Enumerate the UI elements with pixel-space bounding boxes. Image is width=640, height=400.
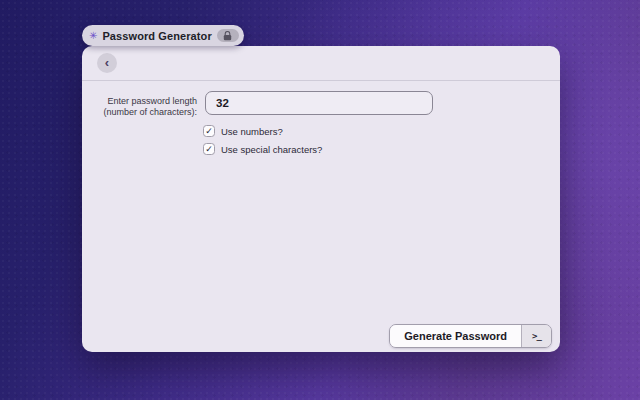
window-header: ‹: [82, 46, 560, 81]
password-length-label: Enter password length (number of charact…: [82, 96, 197, 118]
password-length-label-line1: Enter password length: [82, 96, 197, 107]
generate-password-button[interactable]: Generate Password: [390, 325, 521, 347]
sparkle-icon: ✳: [89, 30, 97, 40]
use-numbers-row: ✓ Use numbers?: [203, 125, 283, 137]
terminal-prompt-icon: >_: [532, 331, 541, 341]
password-generator-window: ‹ Enter password length (number of chara…: [82, 46, 560, 352]
use-numbers-label: Use numbers?: [221, 126, 283, 137]
use-special-characters-checkbox[interactable]: ✓: [203, 143, 215, 155]
tab-title: Password Generator: [102, 30, 211, 42]
chevron-left-icon: ‹: [105, 56, 109, 69]
use-special-characters-row: ✓ Use special characters?: [203, 143, 322, 155]
window-tab[interactable]: ✳ Password Generator: [82, 25, 244, 46]
lock-badge: [217, 29, 239, 42]
generate-button-group: Generate Password >_: [389, 324, 552, 348]
use-numbers-checkbox[interactable]: ✓: [203, 125, 215, 137]
password-length-label-line2: (number of characters):: [82, 107, 197, 118]
password-length-input[interactable]: [205, 91, 433, 115]
lock-icon: [222, 31, 233, 41]
use-special-characters-label: Use special characters?: [221, 144, 322, 155]
checkmark-icon: ✓: [205, 126, 213, 135]
back-button[interactable]: ‹: [97, 53, 117, 73]
checkmark-icon: ✓: [205, 144, 213, 153]
terminal-button[interactable]: >_: [521, 325, 551, 347]
